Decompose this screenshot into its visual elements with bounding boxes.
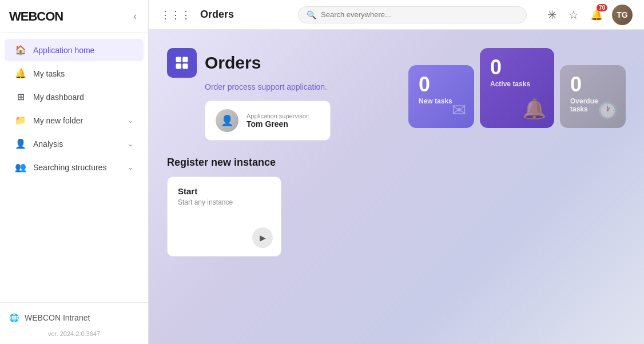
supervisor-info: Application supervisor: Tom Green [247,113,310,129]
supervisor-label: Application supervisor: [247,113,310,119]
new-tasks-number: 0 [419,74,464,95]
search-icon: 🔍 [307,10,316,19]
svg-rect-0 [176,57,181,62]
main-content: ⋮⋮⋮ Orders 🔍 ✳ ☆ 🔔 70 TG [149,0,644,344]
apps-grid-icon[interactable]: ⋮⋮⋮ [160,9,191,21]
sidebar-item-my-new-folder[interactable]: 📁 My new folder ⌄ [5,109,144,131]
sidebar-item-label: My new folder [33,116,121,125]
collapse-button[interactable]: ‹ [131,8,139,25]
sidebar-footer: 🌐 WEBCON Intranet ver. 2024.2.0.3647 [0,302,148,344]
dashboard-icon: ⊞ [15,91,26,102]
logo: WEBCON [9,9,63,24]
intranet-label: WEBCON Intranet [25,313,90,322]
version-text: ver. 2024.2.0.3647 [9,326,139,337]
app-header: Orders Order process support application… [167,48,626,141]
group-icon: 👥 [15,162,26,173]
sidebar-item-label: Searching structures [33,163,121,172]
app-info: Orders Order process support application… [167,48,408,141]
overdue-tasks-number: 0 [570,74,615,95]
sidebar-item-label: Application home [33,46,133,55]
topbar-actions: ✳ ☆ 🔔 70 TG [545,5,633,25]
new-tasks-card[interactable]: 0 New tasks ✉ [408,65,474,128]
orders-icon [174,55,190,71]
sidebar-item-searching-structures[interactable]: 👥 Searching structures ⌄ [5,156,144,178]
clock-icon: 🕐 [598,101,618,120]
sidebar-item-application-home[interactable]: 🏠 Application home [5,39,144,61]
sidebar: WEBCON ‹ 🏠 Application home 🔔 My tasks ⊞… [0,0,149,344]
favorites-button[interactable]: ☆ [566,6,581,24]
svg-rect-3 [182,63,188,69]
search-input[interactable] [321,10,518,19]
svg-rect-2 [176,63,181,69]
home-icon: 🏠 [15,45,26,55]
register-title: Register new instance [167,157,626,169]
sidebar-item-label: Analysis [33,139,121,149]
page-title: Orders [200,9,246,21]
content-area: Orders Order process support application… [149,30,644,344]
stats-cards: 0 New tasks ✉ 0 Active tasks 🔔 0 [408,48,626,128]
person-icon: 👤 [15,138,26,149]
sidebar-nav: 🏠 Application home 🔔 My tasks ⊞ My dashb… [0,33,148,302]
supervisor-card: 👤 Application supervisor: Tom Green [205,101,331,141]
app-title: Orders [205,53,261,73]
sidebar-item-label: My dashboard [33,93,133,102]
bell-tasks-icon: 🔔 [522,97,546,120]
sidebar-item-analysis[interactable]: 👤 Analysis ⌄ [5,133,144,155]
topbar: ⋮⋮⋮ Orders 🔍 ✳ ☆ 🔔 70 TG [149,0,644,30]
globe-icon: 🌐 [9,313,19,322]
svg-rect-1 [182,57,188,62]
sidebar-header: WEBCON ‹ [0,0,148,33]
envelope-icon: ✉ [452,100,466,120]
start-instance-button[interactable]: ▶ [252,227,273,248]
instance-card-description: Start any instance [178,198,271,206]
webcon-intranet-link[interactable]: 🌐 WEBCON Intranet [9,310,139,326]
app-description: Order process support application. [205,82,408,91]
supervisor-avatar: 👤 [216,109,238,132]
active-tasks-card[interactable]: 0 Active tasks 🔔 [480,48,554,128]
instance-card-title: Start [178,186,271,196]
supervisor-name: Tom Green [247,119,310,129]
sidebar-item-label: My tasks [33,69,133,78]
overdue-tasks-card[interactable]: 0 Overdue tasks 🕐 [560,65,626,128]
app-title-area: Orders [167,48,408,78]
bell-icon: 🔔 [15,68,26,79]
search-bar: 🔍 [298,6,527,23]
app-icon-box [167,48,197,78]
register-section: Register new instance Start Start any in… [167,157,626,257]
notifications-button[interactable]: 🔔 70 [588,6,605,23]
active-tasks-number: 0 [490,57,544,78]
chevron-down-icon: ⌄ [128,140,133,148]
customize-button[interactable]: ✳ [545,6,559,24]
instance-card[interactable]: Start Start any instance ▶ [167,177,281,257]
folder-icon: 📁 [15,115,26,126]
active-tasks-label: Active tasks [490,80,544,88]
avatar[interactable]: TG [612,5,633,25]
sidebar-item-my-dashboard[interactable]: ⊞ My dashboard [5,86,144,108]
chevron-down-icon: ⌄ [128,163,133,171]
sidebar-item-my-tasks[interactable]: 🔔 My tasks [5,62,144,85]
chevron-down-icon: ⌄ [128,117,133,125]
notification-badge: 70 [597,4,607,11]
